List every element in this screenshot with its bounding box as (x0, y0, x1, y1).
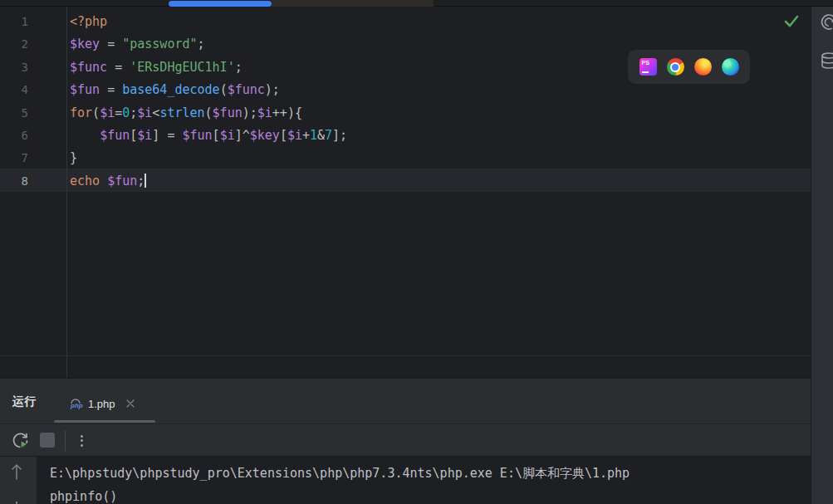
line-number[interactable]: 1 (0, 11, 28, 33)
run-panel-title: 运行 (12, 394, 36, 409)
line-number[interactable]: 7 (0, 147, 28, 169)
code-editor[interactable]: 12345678 <?php$key = "password";$func = … (0, 7, 811, 378)
svg-text:php: php (70, 402, 83, 409)
console-gutter (0, 457, 37, 504)
text-caret (145, 174, 146, 188)
line-number[interactable]: 6 (0, 125, 28, 147)
console-text[interactable]: E:\phpstudy\phpstudy_pro\Extensions\php\… (37, 457, 811, 504)
firefox-icon[interactable] (694, 58, 712, 76)
edge-icon[interactable] (722, 58, 739, 76)
top-strip (0, 0, 833, 7)
code-line[interactable]: } (70, 147, 77, 169)
gutter-separator (66, 7, 67, 378)
code-line[interactable]: echo $fun; (70, 170, 146, 193)
more-icon[interactable] (75, 431, 88, 450)
line-number[interactable]: 5 (0, 102, 28, 125)
browser-preview-toolbar: PS (628, 50, 750, 84)
code-line[interactable]: $key = "password"; (70, 33, 205, 56)
stop-icon[interactable] (40, 433, 55, 448)
line-number[interactable]: 8 (0, 170, 28, 193)
rerun-icon[interactable] (11, 431, 30, 450)
inspection-ok-icon[interactable] (783, 13, 800, 30)
toolbar-separator (65, 430, 66, 451)
code-line[interactable]: $fun = base64_decode($func); (70, 79, 280, 101)
ai-assistant-icon[interactable] (820, 13, 833, 32)
console-output[interactable]: E:\phpstudy\phpstudy_pro\Extensions\php\… (0, 456, 811, 504)
line-number[interactable]: 2 (0, 33, 28, 56)
console-line: E:\phpstudy\phpstudy_pro\Extensions\php\… (50, 462, 630, 485)
chrome-icon[interactable] (667, 58, 684, 76)
database-icon[interactable] (820, 51, 833, 70)
right-tool-strip (811, 7, 833, 504)
close-icon[interactable] (125, 399, 135, 409)
phpstorm-icon[interactable]: PS (639, 58, 657, 76)
code-line[interactable]: <?php (70, 11, 107, 33)
line-number[interactable]: 4 (0, 79, 28, 101)
top-strip-segment (272, 0, 434, 7)
php-file-icon: php (68, 396, 83, 411)
scroll-up-icon[interactable] (10, 462, 23, 481)
line-number[interactable]: 3 (0, 56, 28, 79)
run-tab-label: 1.php (88, 398, 115, 410)
editor-bottom-separator (0, 355, 811, 356)
ide-window: 12345678 <?php$key = "password";$func = … (0, 0, 833, 504)
code-line[interactable]: for($i=0;$i<strlen($fun);$i++){ (70, 102, 302, 125)
run-tool-window: 运行 php 1.php (0, 378, 811, 504)
console-line: phpinfo() (50, 485, 117, 504)
code-line[interactable]: $func = 'ERsDHgEUC1hI'; (70, 56, 243, 79)
run-tab[interactable]: php 1.php (54, 387, 155, 420)
progress-bar (169, 1, 272, 7)
code-line[interactable]: $fun[$i] = $fun[$i]^$key[$i+1&7]; (70, 125, 347, 147)
active-tab-indicator (54, 420, 155, 423)
run-toolbar (0, 423, 811, 456)
